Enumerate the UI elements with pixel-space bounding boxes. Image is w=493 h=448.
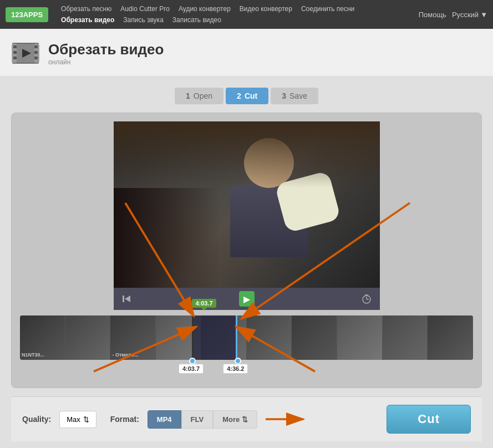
step-num-3: 3	[282, 91, 286, 100]
timeline-current-time: 4:03.7	[192, 299, 216, 308]
frame-7	[292, 315, 337, 360]
step-label-open: Open	[194, 91, 212, 100]
step-num-1: 1	[186, 91, 190, 100]
timeline-frames: N1NT30... - Отмели...	[20, 315, 473, 360]
svg-rect-5	[13, 57, 17, 59]
end-time-label: 4:36.2	[223, 364, 248, 374]
frame-3: - Отмели...	[110, 315, 156, 360]
step-cut[interactable]: 2 Cut	[226, 88, 268, 104]
frame-9	[383, 315, 428, 360]
frame-label-1: N1NT30...	[22, 352, 44, 358]
nav-links: Обрезать песню Audio Cutter Pro Аудио ко…	[57, 4, 419, 25]
nav-item-cut-video[interactable]: Обрезать видео	[57, 15, 119, 25]
nav-right: Помощь Русский ▼	[419, 11, 487, 19]
arrow-to-cut	[266, 411, 310, 427]
nav-item-audio-converter[interactable]: Аудио конвертер	[174, 4, 235, 14]
start-time-label: 4:03.7	[179, 364, 204, 374]
timer-button[interactable]	[359, 291, 374, 307]
steps-bar: 1 Open 2 Cut 3 Save	[11, 88, 482, 104]
nav-item-record-video[interactable]: Записать видео	[168, 15, 226, 25]
main-area: 1 Open 2 Cut 3 Save	[0, 77, 493, 448]
svg-rect-8	[34, 57, 38, 59]
step-open[interactable]: 1 Open	[175, 88, 223, 104]
timeline-area: N1NT30... - Отмели...	[20, 315, 473, 379]
nav-item-join-songs[interactable]: Соединить песни	[297, 4, 359, 14]
svg-rect-3	[13, 45, 17, 48]
step-label-cut: Cut	[245, 91, 257, 100]
frame-label-3: - Отмели...	[112, 352, 138, 358]
bg-gradient-left	[114, 188, 220, 288]
quality-value: Max	[67, 415, 80, 424]
page-subtitle: онлайн	[48, 58, 164, 66]
nav-item-record-sound[interactable]: Запись звука	[119, 15, 168, 25]
format-label: Format:	[110, 415, 139, 424]
quality-select[interactable]: Max ⇅	[59, 411, 96, 428]
video-thumbnail	[114, 121, 380, 288]
svg-marker-13	[125, 296, 130, 302]
quality-label: Quality:	[22, 415, 51, 424]
frame-10	[428, 315, 473, 360]
cut-button[interactable]: Cut	[387, 405, 471, 434]
video-container: ▶ N1NT30...	[11, 113, 482, 388]
nav-row-top: Обрезать песню Audio Cutter Pro Аудио ко…	[57, 4, 419, 14]
svg-rect-6	[34, 45, 38, 48]
page-header: Обрезать видео онлайн	[0, 29, 493, 77]
handle-labels: 4:03.7 4:36.2	[179, 364, 248, 374]
right-section: Cut	[266, 405, 471, 434]
frame-6	[247, 315, 292, 360]
film-icon	[11, 39, 40, 68]
timeline-strip[interactable]: N1NT30... - Отмели...	[20, 315, 473, 360]
nav-item-video-converter[interactable]: Видео конвертер	[235, 4, 297, 14]
svg-rect-7	[34, 51, 38, 54]
page-title: Обрезать видео	[48, 41, 164, 58]
format-more-button[interactable]: More ⇅	[213, 410, 257, 429]
step-label-save: Save	[289, 91, 307, 100]
bg-gradient-top	[114, 121, 380, 188]
nav-item-audio-cutter-pro[interactable]: Audio Cutter Pro	[116, 4, 174, 14]
more-arrows-icon: ⇅	[242, 415, 248, 424]
quality-arrows-icon: ⇅	[83, 415, 89, 424]
language-selector[interactable]: Русский ▼	[452, 11, 487, 19]
logo-button[interactable]: 123APPS	[6, 7, 48, 22]
step-save[interactable]: 3 Save	[271, 88, 318, 104]
format-flv-button[interactable]: FLV	[181, 410, 214, 429]
step-num-2: 2	[237, 91, 241, 100]
frame-8	[337, 315, 383, 360]
frame-2	[65, 315, 111, 360]
svg-rect-4	[13, 51, 17, 54]
format-buttons: MP4 FLV More ⇅	[148, 410, 257, 429]
bottom-bar: Quality: Max ⇅ Format: MP4 FLV More ⇅	[11, 396, 482, 441]
more-label: More	[222, 415, 240, 424]
format-mp4-button[interactable]: MP4	[148, 410, 181, 429]
top-navigation: 123APPS Обрезать песню Audio Cutter Pro …	[0, 0, 493, 29]
page-title-block: Обрезать видео онлайн	[48, 41, 164, 66]
video-player	[114, 121, 380, 288]
rewind-button[interactable]	[119, 291, 135, 307]
frame-1: N1NT30...	[20, 315, 65, 360]
nav-row-bottom: Обрезать видео Запись звука Записать вид…	[57, 15, 419, 25]
video-controls-bar: ▶	[114, 288, 380, 310]
nav-item-cut-song[interactable]: Обрезать песню	[57, 4, 116, 14]
play-button[interactable]: ▶	[239, 291, 255, 307]
timeline-selection[interactable]	[192, 315, 237, 360]
svg-rect-12	[123, 296, 124, 302]
help-link[interactable]: Помощь	[419, 11, 446, 19]
